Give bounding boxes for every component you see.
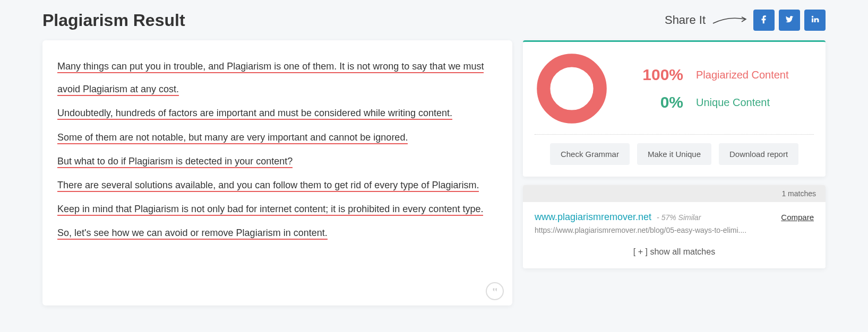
unique-label: Unique Content bbox=[696, 96, 770, 109]
download-report-button[interactable]: Download report bbox=[719, 143, 798, 165]
make-unique-button[interactable]: Make it Unique bbox=[637, 143, 711, 165]
share-label: Share It bbox=[665, 13, 706, 27]
linkedin-icon bbox=[810, 14, 820, 26]
content-sentence: Keep in mind that Plagiarism is not only… bbox=[57, 198, 497, 221]
quote-icon bbox=[491, 286, 499, 296]
match-source-link[interactable]: www.plagiarismremover.net bbox=[535, 212, 651, 223]
facebook-share-button[interactable] bbox=[753, 10, 775, 31]
content-sentence: So, let's see how we can avoid or remove… bbox=[57, 222, 497, 244]
plagiarized-percent: 100% bbox=[625, 66, 683, 84]
twitter-icon bbox=[785, 14, 794, 26]
matches-card: 1 matches www.plagiarismremover.net - 57… bbox=[523, 185, 826, 268]
content-sentence: There are several solutions available, a… bbox=[57, 174, 497, 197]
plagiarism-donut-chart bbox=[535, 51, 609, 126]
check-grammar-button[interactable]: Check Grammar bbox=[550, 143, 630, 165]
facebook-icon bbox=[759, 14, 769, 26]
content-sentence: Some of them are not notable, but many a… bbox=[57, 126, 497, 149]
twitter-share-button[interactable] bbox=[779, 10, 800, 31]
content-sentence: But what to do if Plagiarism is detected… bbox=[57, 150, 497, 173]
svg-point-0 bbox=[544, 60, 600, 117]
content-sentence: Many things can put you in trouble, and … bbox=[57, 55, 497, 101]
matches-count-label: 1 matches bbox=[523, 185, 826, 202]
share-arrow-icon bbox=[712, 14, 749, 27]
cite-quote-button[interactable] bbox=[486, 282, 504, 300]
linkedin-share-button[interactable] bbox=[804, 10, 826, 31]
unique-percent: 0% bbox=[625, 93, 683, 111]
unique-stat: 0% Unique Content bbox=[625, 93, 814, 111]
match-url-text: https://www.plagiarismremover.net/blog/0… bbox=[535, 226, 814, 234]
content-sentence: Undoubtedly, hundreds of factors are imp… bbox=[57, 102, 497, 125]
match-similarity-label: - 57% Similar bbox=[657, 213, 701, 222]
plagiarized-stat: 100% Plagiarized Content bbox=[625, 66, 814, 84]
stats-card: 100% Plagiarized Content 0% Unique Conte… bbox=[523, 40, 826, 177]
share-section: Share It bbox=[665, 10, 826, 31]
compare-link[interactable]: Compare bbox=[781, 213, 814, 222]
analyzed-content-card: Many things can put you in trouble, and … bbox=[42, 40, 512, 305]
page-title: Plagiarism Result bbox=[42, 11, 185, 30]
show-all-matches-button[interactable]: [ + ] show all matches bbox=[535, 247, 814, 257]
plagiarized-label: Plagiarized Content bbox=[696, 68, 789, 81]
